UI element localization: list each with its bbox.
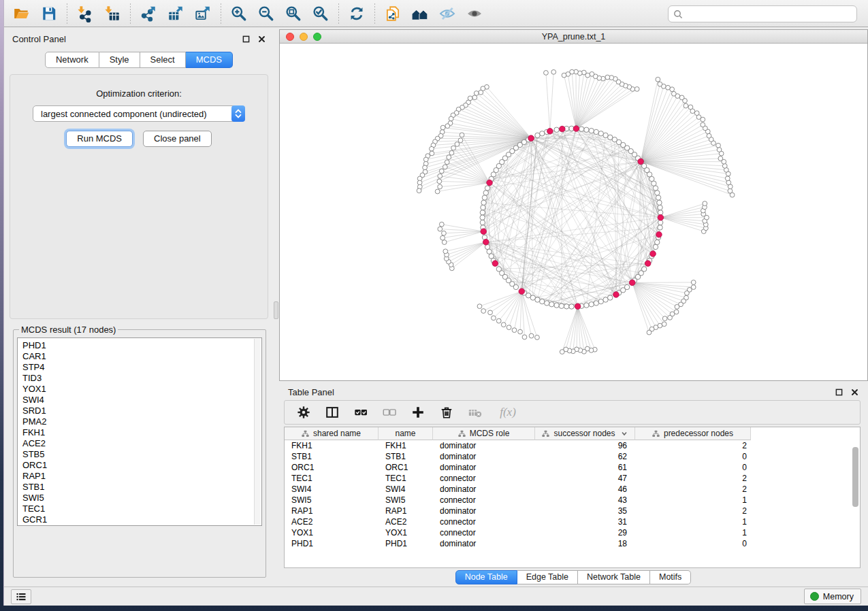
leaf-node[interactable] xyxy=(496,318,501,323)
mcds-hub-node[interactable] xyxy=(575,303,581,310)
tab-style[interactable]: Style xyxy=(99,52,140,68)
mcds-result-item[interactable]: PHD1 xyxy=(22,340,261,351)
mcds-result-item[interactable]: STB1 xyxy=(22,482,261,493)
network-node[interactable] xyxy=(513,284,518,289)
network-node[interactable] xyxy=(594,129,598,134)
network-node[interactable] xyxy=(549,302,554,307)
zoom-out-button[interactable] xyxy=(254,3,278,24)
table-row[interactable]: RAP1RAP1dominator352 xyxy=(285,506,860,516)
network-node[interactable] xyxy=(481,200,486,205)
export-table-button[interactable] xyxy=(163,3,188,24)
network-node[interactable] xyxy=(603,133,608,137)
network-canvas[interactable] xyxy=(280,44,867,380)
hide-selected-button[interactable] xyxy=(435,3,460,24)
leaf-node[interactable] xyxy=(477,304,482,309)
mcds-hub-node[interactable] xyxy=(613,292,620,298)
splitter-handle[interactable] xyxy=(274,301,278,319)
column-selector-button[interactable] xyxy=(323,403,342,422)
search-input[interactable] xyxy=(686,6,856,22)
network-node[interactable] xyxy=(480,215,485,220)
table-row[interactable]: STB1STB1dominator620 xyxy=(285,451,860,462)
add-column-button[interactable] xyxy=(408,403,428,422)
leaf-node[interactable] xyxy=(440,235,445,240)
mcds-hub-node[interactable] xyxy=(650,251,656,257)
task-history-button[interactable] xyxy=(11,589,31,604)
network-node[interactable] xyxy=(564,304,569,309)
leaf-node[interactable] xyxy=(679,95,684,100)
network-node[interactable] xyxy=(608,295,613,300)
tab-select[interactable]: Select xyxy=(140,52,186,68)
network-node[interactable] xyxy=(655,240,660,244)
leaf-node[interactable] xyxy=(417,188,421,193)
table-row[interactable]: ACE2ACE2connector311 xyxy=(285,516,860,527)
leaf-node[interactable] xyxy=(666,85,671,90)
network-node[interactable] xyxy=(657,200,662,205)
mcds-result-item[interactable]: ACE2 xyxy=(22,438,261,449)
network-node[interactable] xyxy=(589,128,594,133)
network-node[interactable] xyxy=(658,225,662,230)
leaf-node[interactable] xyxy=(675,304,679,309)
mcds-hub-node[interactable] xyxy=(519,288,525,295)
leaf-node[interactable] xyxy=(685,291,690,295)
leaf-node[interactable] xyxy=(691,280,696,285)
leaf-node[interactable] xyxy=(535,335,540,340)
table-scrollbar[interactable] xyxy=(852,442,858,566)
mcds-result-item[interactable]: FKH1 xyxy=(22,427,261,438)
float-table-panel-icon[interactable] xyxy=(835,389,843,396)
leaf-node[interactable] xyxy=(474,91,479,96)
network-node[interactable] xyxy=(535,297,540,302)
mcds-result-item[interactable]: SWI5 xyxy=(22,493,261,503)
leaf-node[interactable] xyxy=(668,315,673,320)
mcds-result-item[interactable]: CAR1 xyxy=(22,351,261,362)
table-settings-button[interactable] xyxy=(294,403,313,422)
delete-column-button[interactable] xyxy=(437,403,456,422)
tab-network-table[interactable]: Network Table xyxy=(578,570,650,584)
network-node[interactable] xyxy=(658,210,662,215)
table-row[interactable]: TEC1TEC1connector472 xyxy=(285,473,860,484)
refresh-button[interactable] xyxy=(344,3,369,24)
mcds-hub-node[interactable] xyxy=(487,180,493,186)
leaf-node[interactable] xyxy=(442,240,447,245)
mcds-result-item[interactable]: PMA2 xyxy=(22,416,261,427)
mcds-result-item[interactable]: SRD1 xyxy=(22,406,261,416)
leaf-node[interactable] xyxy=(458,138,463,143)
leaf-node[interactable] xyxy=(656,77,660,82)
leaf-node[interactable] xyxy=(544,71,549,76)
network-node[interactable] xyxy=(656,195,660,200)
copy-network-button[interactable] xyxy=(381,3,405,24)
leaf-node[interactable] xyxy=(662,322,666,327)
mcds-result-item[interactable]: SWI4 xyxy=(22,395,261,406)
table-scrollbar-thumb[interactable] xyxy=(852,447,858,507)
column-header-shared-name[interactable]: shared name xyxy=(285,427,379,440)
leaf-node[interactable] xyxy=(449,150,454,155)
zoom-selected-button[interactable] xyxy=(308,3,333,24)
leaf-node[interactable] xyxy=(501,323,506,327)
network-node[interactable] xyxy=(598,131,603,136)
leaf-node[interactable] xyxy=(717,148,722,152)
mcds-result-item[interactable]: TID3 xyxy=(22,373,261,384)
mcds-hub-node[interactable] xyxy=(656,231,662,237)
mcds-hub-node[interactable] xyxy=(658,214,664,220)
first-neighbors-button[interactable] xyxy=(408,3,432,24)
network-node[interactable] xyxy=(540,299,545,303)
network-node[interactable] xyxy=(589,302,594,307)
leaf-node[interactable] xyxy=(560,350,564,354)
table-row[interactable]: FKH1FKH1dominator962 xyxy=(285,440,860,451)
table-row[interactable]: PHD1PHD1dominator180 xyxy=(285,538,860,549)
leaf-node[interactable] xyxy=(445,160,449,165)
export-image-button[interactable] xyxy=(191,3,215,24)
leaf-node[interactable] xyxy=(707,133,711,138)
leaf-node[interactable] xyxy=(662,316,667,321)
zoom-in-button[interactable] xyxy=(227,3,251,24)
leaf-node[interactable] xyxy=(440,125,445,130)
open-session-button[interactable] xyxy=(10,3,34,24)
network-node[interactable] xyxy=(579,127,583,131)
column-header-predecessor-nodes[interactable]: predecessor nodes xyxy=(635,427,751,440)
leaf-node[interactable] xyxy=(447,155,451,160)
network-node[interactable] xyxy=(545,301,549,306)
leaf-node[interactable] xyxy=(443,249,448,254)
leaf-node[interactable] xyxy=(492,316,496,320)
close-panel-icon[interactable] xyxy=(258,35,266,43)
mcds-result-item[interactable]: ORC1 xyxy=(22,460,261,471)
tab-node-table[interactable]: Node Table xyxy=(455,570,517,584)
